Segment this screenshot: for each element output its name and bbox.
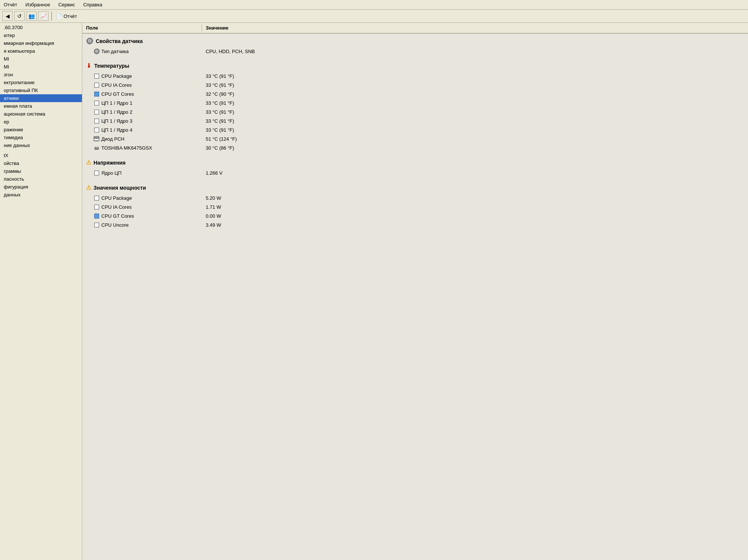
table-row: ▬Диод PCH51 °C (124 °F): [82, 134, 748, 143]
sidebar-item-7[interactable]: ектропитание: [0, 79, 82, 86]
table-row: 🔘Тип датчикаCPU, HDD, PCH, SNB: [82, 47, 748, 56]
field-cell-1-4: ЦП 1 / Ядро 2: [82, 108, 202, 116]
field-cell-1-3: ЦП 1 / Ядро 1: [82, 99, 202, 107]
field-cell-1-0: CPU Package: [82, 72, 202, 80]
field-cell-2-0: Ядро ЦП: [82, 169, 202, 177]
value-cell-1-4: 33 °C (91 °F): [202, 108, 238, 116]
field-text: CPU Package: [101, 73, 132, 79]
cpu-white-icon: [94, 82, 99, 88]
cpu-white-icon: [94, 127, 99, 133]
field-text: CPU GT Cores: [101, 91, 134, 97]
value-cell-3-2: 0.00 W: [202, 212, 225, 220]
refresh-button[interactable]: ↺: [14, 11, 25, 21]
table-row: ЦП 1 / Ядро 233 °C (91 °F): [82, 107, 748, 116]
field-text: CPU IA Cores: [101, 204, 132, 210]
field-text: Тип датчика: [101, 49, 129, 54]
section-title-temperatures: Температуры: [94, 63, 129, 69]
chip-icon: ▬: [94, 136, 99, 142]
sidebar-item-12[interactable]: ер: [0, 118, 82, 126]
sidebar-item-10[interactable]: емная плата: [0, 102, 82, 110]
section-header-voltages: ⚠Напряжения: [82, 157, 748, 168]
back-button[interactable]: ◀: [2, 11, 13, 21]
table-row: CPU GT Cores0.00 W: [82, 211, 748, 220]
value-cell-3-0: 5.20 W: [202, 195, 225, 202]
menu-service[interactable]: Сервис: [57, 1, 77, 8]
sidebar-item-21[interactable]: фигурация: [0, 183, 82, 191]
table-row: ЦП 1 / Ядро 333 °C (91 °F): [82, 116, 748, 125]
toolbar-report-label: 📄 Отчёт: [56, 13, 77, 19]
sidebar-item-11[interactable]: ационная система: [0, 110, 82, 118]
sidebar-item-19[interactable]: граммы: [0, 167, 82, 175]
field-cell-1-8: 🖴TOSHIBA MK6475GSX: [82, 144, 202, 152]
sidebar-item-9[interactable]: атники: [0, 94, 82, 102]
sidebar-item-13[interactable]: ражение: [0, 126, 82, 134]
sidebar-item-17[interactable]: tX: [0, 152, 82, 159]
table-row: CPU Uncore3.49 W: [82, 220, 748, 229]
report-icon: 📄: [56, 13, 62, 19]
sidebar-item-4[interactable]: МI: [0, 55, 82, 63]
report-text: Отчёт: [64, 13, 77, 19]
menu-report[interactable]: Отчёт: [2, 1, 19, 8]
section-title-power: Значения мощности: [94, 185, 146, 191]
sidebar-item-1[interactable]: ютер: [0, 31, 82, 39]
sensor-icon: 🔘: [94, 48, 99, 54]
table-row: CPU Package33 °C (91 °F): [82, 71, 748, 80]
section-header-power: ⚠Значения мощности: [82, 182, 748, 193]
cpu-white-icon: [94, 222, 99, 228]
cpu-white-icon: [94, 195, 99, 201]
field-text: ЦП 1 / Ядро 1: [101, 100, 132, 106]
content-area: Поле Значение 🔘Свойства датчика🔘Тип датч…: [82, 23, 748, 560]
value-cell-0-0: CPU, HDD, PCH, SNB: [202, 48, 258, 55]
menu-favorites[interactable]: Избранное: [24, 1, 52, 8]
section-sensor-icon: 🔘: [86, 37, 94, 45]
field-text: CPU Package: [101, 195, 132, 201]
table-row: CPU GT Cores32 °C (90 °F): [82, 89, 748, 98]
sidebar-item-15[interactable]: ние данных: [0, 141, 82, 149]
sidebar-item-6[interactable]: згон: [0, 71, 82, 79]
value-cell-1-0: 33 °C (91 °F): [202, 73, 238, 80]
sidebar-item-18[interactable]: ойства: [0, 159, 82, 167]
cpu-white-icon: [94, 109, 99, 115]
value-cell-1-7: 51 °C (124 °F): [202, 135, 240, 143]
chart-button[interactable]: 📈: [38, 11, 49, 21]
users-button[interactable]: 👥: [26, 11, 37, 21]
column-value-header: Значение: [202, 24, 232, 31]
field-text: Диод PCH: [101, 136, 125, 142]
field-cell-1-6: ЦП 1 / Ядро 4: [82, 126, 202, 134]
field-cell-3-2: CPU GT Cores: [82, 212, 202, 220]
sidebar-item-22[interactable]: данных: [0, 191, 82, 199]
sidebar-item-20[interactable]: пасность: [0, 175, 82, 183]
table-row: CPU IA Cores33 °C (91 °F): [82, 80, 748, 89]
main-area: .60.3700ютерммарная информацияя компьюте…: [0, 23, 748, 560]
field-text: CPU Uncore: [101, 222, 129, 228]
field-text: ЦП 1 / Ядро 3: [101, 118, 132, 124]
table-row: Ядро ЦП1.266 V: [82, 168, 748, 177]
sidebar: .60.3700ютерммарная информацияя компьюте…: [0, 23, 82, 560]
field-cell-0-0: 🔘Тип датчика: [82, 48, 202, 55]
sidebar-item-0[interactable]: .60.3700: [0, 24, 82, 31]
sidebar-item-14[interactable]: тимедиа: [0, 134, 82, 141]
cpu-blue-icon: [94, 213, 99, 219]
sidebar-item-2[interactable]: ммарная информация: [0, 39, 82, 47]
section-header-temperatures: 🌡Температуры: [82, 60, 748, 71]
sidebar-item-5[interactable]: МI: [0, 63, 82, 71]
sidebar-item-3[interactable]: я компьютера: [0, 47, 82, 55]
section-title-sensor-props: Свойства датчика: [96, 38, 143, 44]
menu-help[interactable]: Справка: [82, 1, 104, 8]
field-text: CPU GT Cores: [101, 213, 134, 219]
table-row: CPU Package5.20 W: [82, 193, 748, 202]
toolbar-separator: [51, 12, 52, 21]
field-cell-1-1: CPU IA Cores: [82, 81, 202, 89]
field-cell-3-3: CPU Uncore: [82, 221, 202, 229]
table-row: ЦП 1 / Ядро 133 °C (91 °F): [82, 98, 748, 107]
sidebar-item-8[interactable]: ортативный ПК: [0, 86, 82, 94]
table-body: 🔘Свойства датчика🔘Тип датчикаCPU, HDD, P…: [82, 34, 748, 560]
section-warn-icon: ⚠: [86, 184, 91, 191]
cpu-white-icon: [94, 100, 99, 106]
field-text: TOSHIBA MK6475GSX: [101, 145, 152, 151]
value-cell-3-3: 3.49 W: [202, 221, 225, 229]
table-row: 🖴TOSHIBA MK6475GSX30 °C (86 °F): [82, 143, 748, 152]
field-cell-1-2: CPU GT Cores: [82, 90, 202, 98]
main-window: Отчёт Избранное Сервис Справка ◀ ↺ 👥 📈 📄…: [0, 0, 748, 560]
cpu-white-icon: [94, 170, 99, 176]
